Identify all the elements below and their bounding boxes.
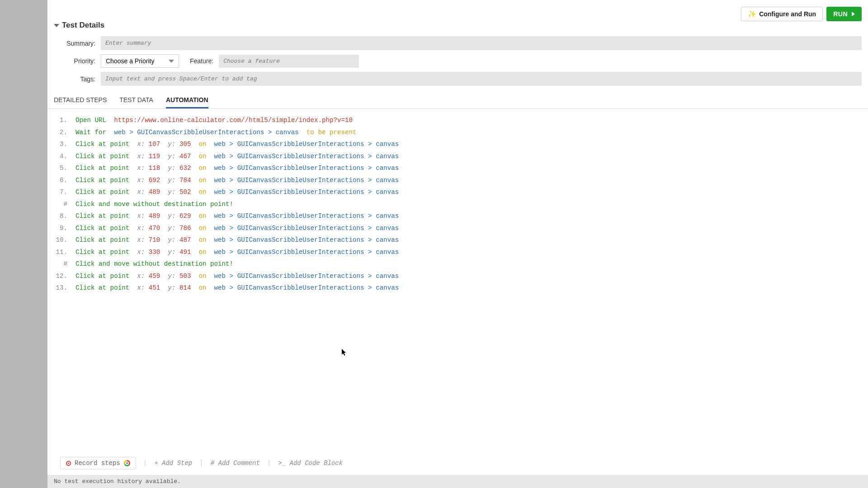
line-content: Wait for web > GUICanvasScribbleUserInte… (75, 127, 357, 139)
divider: | (199, 460, 203, 467)
actions-bar: Record steps | + Add Step | # Add Commen… (47, 452, 868, 475)
divider: | (143, 460, 147, 467)
code-line[interactable]: 4.Click at point x: 119 y: 467 on web > … (47, 150, 868, 163)
code-line[interactable]: 6.Click at point x: 692 y: 784 on web > … (47, 174, 868, 187)
code-line[interactable]: 10.Click at point x: 710 y: 487 on web >… (47, 234, 868, 246)
feature-input[interactable] (219, 55, 359, 68)
line-content: Click at point x: 470 y: 786 on web > GU… (75, 222, 399, 235)
line-content: Click at point x: 330 y: 491 on web > GU… (75, 246, 399, 258)
play-icon (852, 12, 855, 16)
line-number: # (54, 198, 75, 211)
code-line[interactable]: 13.Click at point x: 451 y: 814 on web >… (47, 282, 868, 294)
line-content: Open URL https://www.online-calculator.c… (75, 114, 353, 127)
status-text: No test execution history available. (54, 478, 181, 485)
code-line[interactable]: 1.Open URL https://www.online-calculator… (47, 114, 868, 127)
line-content: Click at point x: 489 y: 502 on web > GU… (75, 186, 399, 198)
code-line[interactable]: #Click and move without destination poin… (47, 258, 868, 270)
line-content: Click at point x: 710 y: 487 on web > GU… (75, 234, 399, 246)
left-sidebar-rail (0, 0, 47, 488)
tab-automation[interactable]: AUTOMATION (166, 96, 208, 108)
line-content: Click at point x: 489 y: 629 on web > GU… (75, 210, 399, 222)
add-comment-button[interactable]: # Add Comment (211, 460, 260, 467)
divider: | (267, 460, 271, 467)
line-number: 8. (54, 210, 75, 222)
line-content: Click and move without destination point… (75, 258, 233, 270)
line-content: Click at point x: 107 y: 305 on web > GU… (75, 138, 399, 150)
priority-label: Priority: (54, 57, 95, 65)
line-number: 3. (54, 138, 75, 150)
code-line[interactable]: 8.Click at point x: 489 y: 629 on web > … (47, 210, 868, 222)
top-toolbar: ✨ Configure and Run RUN (741, 7, 862, 21)
line-number: 9. (54, 222, 75, 235)
main-panel: ✨ Configure and Run RUN Test Details Sum… (47, 0, 868, 488)
line-number: 2. (54, 127, 75, 139)
test-details-form: Summary: Priority: Choose a Priority Fea… (47, 34, 868, 90)
tags-label: Tags: (54, 75, 95, 83)
configure-and-run-button[interactable]: ✨ Configure and Run (741, 7, 823, 21)
summary-label: Summary: (54, 40, 95, 47)
configure-label: Configure and Run (759, 10, 816, 18)
code-line[interactable]: 5.Click at point x: 118 y: 632 on web > … (47, 162, 868, 174)
run-label: RUN (833, 10, 848, 18)
chevron-down-icon (169, 60, 174, 63)
code-line[interactable]: 11.Click at point x: 330 y: 491 on web >… (47, 246, 868, 258)
code-line[interactable]: 7.Click at point x: 489 y: 502 on web > … (47, 186, 868, 198)
priority-feature-row: Priority: Choose a Priority Feature: (54, 54, 862, 68)
summary-input[interactable] (101, 36, 862, 50)
line-content: Click at point x: 459 y: 503 on web > GU… (75, 270, 399, 282)
add-step-button[interactable]: + Add Step (154, 460, 192, 467)
line-number: 12. (54, 270, 75, 282)
line-number: 10. (54, 234, 75, 246)
code-line[interactable]: 9.Click at point x: 470 y: 786 on web > … (47, 222, 868, 235)
line-content: Click at point x: 692 y: 784 on web > GU… (75, 174, 399, 187)
record-label: Record steps (75, 460, 120, 467)
run-button[interactable]: RUN (826, 7, 862, 21)
line-number: 11. (54, 246, 75, 258)
line-number: 6. (54, 174, 75, 187)
automation-code-area[interactable]: 1.Open URL https://www.online-calculator… (47, 109, 868, 452)
line-number: 13. (54, 282, 75, 294)
section-title: Test Details (62, 21, 104, 30)
line-content: Click and move without destination point… (75, 198, 233, 211)
code-line[interactable]: 12.Click at point x: 459 y: 503 on web >… (47, 270, 868, 282)
priority-value: Choose a Priority (106, 57, 154, 65)
chrome-icon (124, 460, 130, 466)
wand-icon: ✨ (748, 10, 756, 18)
tags-row: Tags: (54, 72, 862, 86)
tab-test-data[interactable]: TEST DATA (119, 96, 153, 108)
line-number: 5. (54, 162, 75, 174)
record-steps-button[interactable]: Record steps (60, 457, 136, 469)
code-line[interactable]: 3.Click at point x: 107 y: 305 on web > … (47, 138, 868, 150)
status-bar: No test execution history available. (47, 475, 868, 488)
feature-wrap: Feature: (190, 55, 359, 68)
summary-row: Summary: (54, 36, 862, 50)
code-line[interactable]: #Click and move without destination poin… (47, 198, 868, 211)
line-content: Click at point x: 119 y: 467 on web > GU… (75, 150, 399, 163)
line-number: 7. (54, 186, 75, 198)
record-icon (66, 461, 71, 466)
line-number: 4. (54, 150, 75, 163)
feature-label: Feature: (190, 57, 213, 65)
line-number: 1. (54, 114, 75, 127)
line-number: # (54, 258, 75, 270)
tabs-bar: DETAILED STEPS TEST DATA AUTOMATION (47, 90, 868, 109)
chevron-down-icon (54, 24, 59, 27)
tags-input[interactable] (101, 72, 862, 86)
add-code-block-button[interactable]: >_ Add Code Block (278, 460, 343, 467)
line-content: Click at point x: 451 y: 814 on web > GU… (75, 282, 399, 294)
priority-select[interactable]: Choose a Priority (101, 54, 179, 68)
tab-detailed-steps[interactable]: DETAILED STEPS (54, 96, 107, 108)
line-content: Click at point x: 118 y: 632 on web > GU… (75, 162, 399, 174)
code-line[interactable]: 2.Wait for web > GUICanvasScribbleUserIn… (47, 127, 868, 139)
